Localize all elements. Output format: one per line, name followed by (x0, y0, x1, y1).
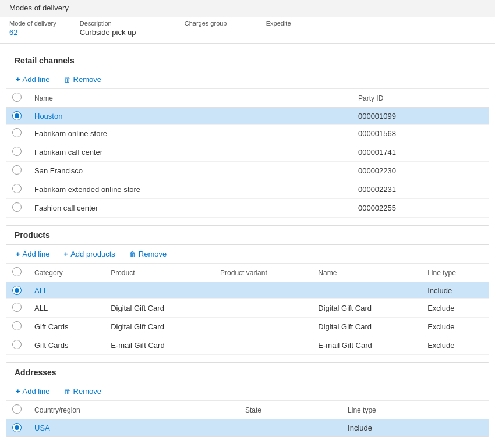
retail-channels-title: Retail channels (15, 56, 75, 65)
products-col-variant: Product variant (214, 264, 312, 282)
row-radio[interactable] (12, 340, 22, 349)
products-select-all[interactable] (12, 267, 22, 276)
cell-line-type: Exclude (422, 318, 489, 336)
products-add-line-button[interactable]: Add line (13, 248, 52, 259)
cell-product: Digital Gift Card (105, 318, 214, 336)
modes-of-delivery-header: Modes of delivery (0, 0, 495, 17)
add-icon (16, 250, 20, 258)
cell-line-type: Exclude (422, 299, 489, 318)
products-remove-icon (129, 250, 136, 258)
cell-line-type: Exclude (422, 336, 489, 355)
table-row[interactable]: ALL Include (6, 282, 489, 299)
addresses-section: Addresses Add line Remove Country/region… (6, 362, 489, 437)
cell-party-id: 000001099 (352, 108, 489, 125)
cell-party-id: 000002230 (352, 162, 489, 180)
cell-category: ALL (29, 299, 105, 318)
cell-variant (214, 318, 312, 336)
mode-of-delivery-field: Mode of delivery 62 (9, 20, 56, 38)
addresses-header: Addresses (6, 363, 489, 382)
addresses-remove-button[interactable]: Remove (62, 386, 104, 397)
table-row[interactable]: USA Include (6, 419, 489, 436)
expedite-value[interactable] (266, 28, 324, 38)
row-radio[interactable] (12, 423, 22, 432)
products-header: Products (6, 226, 489, 245)
description-field: Description Curbside pick up (80, 20, 161, 38)
row-radio[interactable] (12, 202, 22, 212)
addresses-add-icon (16, 387, 20, 396)
cell-state (239, 419, 342, 436)
cell-line-type: Include (342, 419, 489, 436)
add-line-icon (16, 75, 20, 84)
retail-channels-remove-button[interactable]: Remove (62, 74, 104, 85)
cell-name (312, 282, 422, 299)
cell-country-region: USA (29, 419, 239, 436)
add-products-icon (64, 250, 69, 258)
charges-group-field: Charges group (185, 20, 243, 38)
description-value[interactable]: Curbside pick up (80, 28, 161, 38)
modes-of-delivery-title: Modes of delivery (9, 3, 486, 12)
cell-party-id: 000002231 (352, 180, 489, 199)
retail-channels-col-name: Name (29, 89, 352, 108)
products-col-product: Product (105, 264, 214, 282)
table-row[interactable]: Houston 000001099 (6, 108, 489, 125)
cell-name: Fabrikam call center (29, 143, 352, 162)
mode-value[interactable]: 62 (9, 28, 56, 38)
retail-channels-toolbar: Add line Remove (6, 70, 489, 89)
table-row[interactable]: Fabrikam online store 000001568 (6, 125, 489, 143)
row-radio[interactable] (12, 147, 22, 156)
addresses-col-line-type: Line type (342, 401, 489, 419)
cell-product: Digital Gift Card (105, 299, 214, 318)
retail-channels-header: Retail channels (6, 51, 489, 70)
row-radio[interactable] (12, 321, 22, 330)
remove-icon (64, 75, 71, 84)
products-remove-button[interactable]: Remove (127, 248, 169, 259)
cell-category: Gift Cards (29, 318, 105, 336)
products-add-products-button[interactable]: Add products (62, 248, 118, 259)
addresses-remove-icon (64, 387, 71, 396)
cell-party-id: 000001741 (352, 143, 489, 162)
description-label: Description (80, 20, 161, 27)
addresses-table: Country/region State Line type USA Inclu… (6, 401, 489, 436)
cell-line-type: Include (422, 282, 489, 299)
cell-name: Houston (29, 108, 352, 125)
addresses-table-area: Country/region State Line type USA Inclu… (6, 401, 489, 436)
addresses-select-all[interactable] (12, 404, 22, 414)
cell-category: ALL (29, 282, 105, 299)
row-radio[interactable] (12, 165, 22, 175)
row-radio[interactable] (12, 184, 22, 193)
charges-group-label: Charges group (185, 20, 243, 27)
row-radio[interactable] (12, 128, 22, 137)
retail-channels-col-party-id: Party ID (352, 89, 489, 108)
table-row[interactable]: San Francisco 000002230 (6, 162, 489, 180)
products-section: Products Add line Add products Remove (6, 225, 489, 355)
products-table-area: Category Product Product variant Name Li… (6, 264, 489, 355)
page-container: Modes of delivery Mode of delivery 62 De… (0, 0, 495, 437)
expedite-field: Expedite (266, 20, 324, 38)
addresses-add-line-button[interactable]: Add line (13, 386, 52, 397)
row-radio[interactable] (12, 303, 22, 312)
mode-label: Mode of delivery (9, 20, 56, 27)
cell-name: Digital Gift Card (312, 318, 422, 336)
products-table: Category Product Product variant Name Li… (6, 264, 489, 355)
products-title: Products (15, 230, 50, 240)
expedite-label: Expedite (266, 20, 324, 27)
retail-channels-add-line-button[interactable]: Add line (13, 74, 52, 85)
row-radio[interactable] (12, 111, 22, 120)
retail-channels-select-all[interactable] (12, 93, 22, 102)
table-row[interactable]: ALL Digital Gift Card Digital Gift Card … (6, 299, 489, 318)
cell-party-id: 000002255 (352, 199, 489, 218)
table-row[interactable]: Gift Cards Digital Gift Card Digital Gif… (6, 318, 489, 336)
cell-name: E-mail Gift Card (312, 336, 422, 355)
row-radio[interactable] (12, 286, 22, 295)
cell-name: San Francisco (29, 162, 352, 180)
cell-name: Fabrikam extended online store (29, 180, 352, 199)
table-row[interactable]: Fabrikam extended online store 000002231 (6, 180, 489, 199)
cell-party-id: 000001568 (352, 125, 489, 143)
charges-group-value[interactable] (185, 28, 243, 38)
table-row[interactable]: Gift Cards E-mail Gift Card E-mail Gift … (6, 336, 489, 355)
table-row[interactable]: Fashion call center 000002255 (6, 199, 489, 218)
addresses-col-country: Country/region (29, 401, 239, 419)
products-toolbar: Add line Add products Remove (6, 245, 489, 264)
table-row[interactable]: Fabrikam call center 000001741 (6, 143, 489, 162)
cell-variant (214, 336, 312, 355)
